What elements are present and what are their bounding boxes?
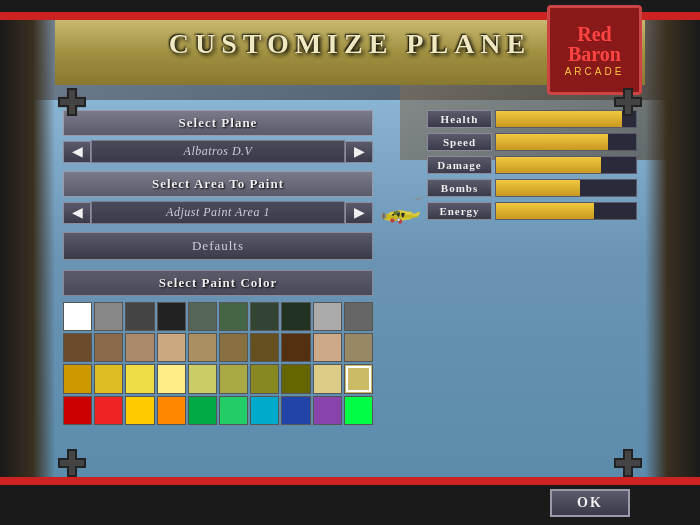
stats-panel: Health Speed Damage Bombs: [427, 110, 637, 225]
corner-cross-br: [614, 449, 642, 477]
main-content: Select Plane ◀ Albatros D.V ▶ Select Are…: [58, 90, 642, 477]
corner-cross-bl: [58, 449, 86, 477]
bombs-bar-fill: [496, 180, 580, 196]
plane-value: Albatros D.V: [91, 140, 345, 163]
ok-button[interactable]: OK: [550, 489, 630, 517]
plane-next-button[interactable]: ▶: [345, 141, 373, 163]
color-swatch-21[interactable]: [94, 364, 123, 393]
color-swatch-37[interactable]: [281, 396, 310, 425]
color-swatch-23[interactable]: [157, 364, 186, 393]
color-swatch-5[interactable]: [219, 302, 248, 331]
bottom-red-stripe: [0, 477, 700, 485]
select-area-header: Select Area To Paint: [63, 171, 373, 197]
right-border: [645, 0, 700, 525]
health-label: Health: [427, 110, 492, 128]
area-select-row: ◀ Adjust Paint Area 1 ▶: [63, 201, 373, 224]
color-swatch-33[interactable]: [157, 396, 186, 425]
color-swatch-8[interactable]: [313, 302, 342, 331]
svg-rect-5: [60, 99, 84, 105]
logo-red-text: Red: [577, 24, 611, 44]
plane-prev-button[interactable]: ◀: [63, 141, 91, 163]
health-stat-row: Health: [427, 110, 637, 128]
defaults-button[interactable]: Defaults: [63, 232, 373, 260]
plane-display: [373, 110, 427, 320]
color-swatch-25[interactable]: [219, 364, 248, 393]
color-swatch-22[interactable]: [125, 364, 154, 393]
color-swatch-26[interactable]: [250, 364, 279, 393]
area-prev-button[interactable]: ◀: [63, 202, 91, 224]
color-swatch-15[interactable]: [219, 333, 248, 362]
color-swatch-24[interactable]: [188, 364, 217, 393]
speed-bar-bg: [495, 133, 637, 151]
svg-point-30: [394, 211, 400, 215]
health-bar-fill: [496, 111, 622, 127]
left-panel: Select Plane ◀ Albatros D.V ▶ Select Are…: [63, 110, 373, 425]
bombs-stat-row: Bombs: [427, 179, 637, 197]
color-swatch-7[interactable]: [281, 302, 310, 331]
app-container: CUSTOMIZE PLANE Red Baron ARCADE: [0, 0, 700, 525]
energy-label: Energy: [427, 202, 492, 220]
bombs-label: Bombs: [427, 179, 492, 197]
corner-cross-tl: [58, 88, 86, 116]
color-swatch-38[interactable]: [313, 396, 342, 425]
logo-baron-text: Baron: [568, 44, 621, 64]
color-swatch-19[interactable]: [344, 333, 373, 362]
damage-bar-bg: [495, 156, 637, 174]
color-swatch-28[interactable]: [313, 364, 342, 393]
area-next-button[interactable]: ▶: [345, 202, 373, 224]
color-swatch-4[interactable]: [188, 302, 217, 331]
energy-bar-bg: [495, 202, 637, 220]
color-swatch-1[interactable]: [94, 302, 123, 331]
damage-stat-row: Damage: [427, 156, 637, 174]
red-baron-logo: Red Baron ARCADE: [547, 5, 642, 95]
color-swatch-30[interactable]: [63, 396, 92, 425]
svg-rect-41: [398, 218, 399, 221]
color-swatch-14[interactable]: [188, 333, 217, 362]
energy-stat-row: Energy: [427, 202, 637, 220]
color-swatch-18[interactable]: [313, 333, 342, 362]
color-swatch-9[interactable]: [344, 302, 373, 331]
svg-rect-9: [616, 99, 640, 105]
select-plane-header: Select Plane: [63, 110, 373, 136]
color-swatch-20[interactable]: [63, 364, 92, 393]
svg-rect-17: [616, 460, 640, 466]
corner-cross-tr: [614, 88, 642, 116]
damage-bar-fill: [496, 157, 601, 173]
damage-label: Damage: [427, 156, 492, 174]
bombs-bar-bg: [495, 179, 637, 197]
energy-bar-fill: [496, 203, 594, 219]
color-swatch-36[interactable]: [250, 396, 279, 425]
left-border: [0, 0, 55, 525]
color-swatch-27[interactable]: [281, 364, 310, 393]
color-swatch-10[interactable]: [63, 333, 92, 362]
color-swatch-34[interactable]: [188, 396, 217, 425]
speed-bar-fill: [496, 134, 608, 150]
color-swatch-17[interactable]: [281, 333, 310, 362]
speed-stat-row: Speed: [427, 133, 637, 151]
color-swatch-13[interactable]: [157, 333, 186, 362]
color-swatch-12[interactable]: [125, 333, 154, 362]
color-swatch-35[interactable]: [219, 396, 248, 425]
color-swatch-3[interactable]: [157, 302, 186, 331]
color-swatch-6[interactable]: [250, 302, 279, 331]
color-swatch-32[interactable]: [125, 396, 154, 425]
color-grid: [63, 302, 373, 425]
color-swatch-11[interactable]: [94, 333, 123, 362]
svg-rect-13: [60, 460, 84, 466]
plane-svg: [373, 135, 427, 295]
color-swatch-0[interactable]: [63, 302, 92, 331]
color-swatch-39[interactable]: [344, 396, 373, 425]
color-swatch-31[interactable]: [94, 396, 123, 425]
color-swatch-29[interactable]: [344, 364, 373, 393]
logo-arcade-text: ARCADE: [565, 66, 625, 77]
select-color-header: Select Paint Color: [63, 270, 373, 296]
color-swatch-16[interactable]: [250, 333, 279, 362]
plane-select-row: ◀ Albatros D.V ▶: [63, 140, 373, 163]
speed-label: Speed: [427, 133, 492, 151]
area-value: Adjust Paint Area 1: [91, 201, 345, 224]
color-swatch-2[interactable]: [125, 302, 154, 331]
